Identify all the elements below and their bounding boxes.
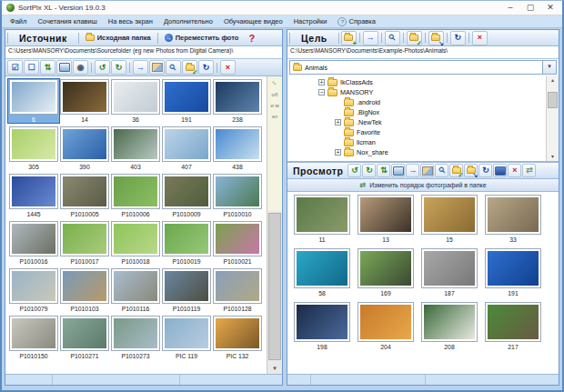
expander-icon[interactable]: + xyxy=(318,79,325,85)
slideshow-icon[interactable] xyxy=(391,164,405,177)
move-right-icon[interactable]: → xyxy=(363,31,378,45)
tree-item-Nox_share[interactable]: +Nox_share xyxy=(287,147,559,157)
expander-icon[interactable]: + xyxy=(335,119,341,126)
thumbnail-13[interactable]: 13 xyxy=(354,195,418,243)
close-button[interactable]: ✕ xyxy=(540,2,560,14)
rotate-left-icon[interactable]: ↺ xyxy=(347,164,361,177)
thumbnail-305[interactable]: 305 xyxy=(8,126,59,170)
menu-item-3[interactable]: На весь экран xyxy=(103,17,158,25)
menu-item-4[interactable]: Дополнительно xyxy=(158,17,218,25)
thumbnail-169[interactable]: 169 xyxy=(354,248,418,297)
thumbnail-407[interactable]: 407 xyxy=(161,126,212,170)
rotate-left-icon[interactable]: ↺ xyxy=(95,60,110,75)
tree-item-licman[interactable]: licman xyxy=(287,137,559,147)
thumbnail-11[interactable]: 11 xyxy=(290,195,354,243)
thumbnail-P1010271[interactable]: P1010271 xyxy=(59,316,110,359)
delete-icon[interactable]: × xyxy=(472,31,488,45)
scrollbar-thumb[interactable] xyxy=(548,92,558,108)
tree-item-Favorite[interactable]: Favorite xyxy=(287,127,559,137)
folder-target-icon[interactable]: ↘ xyxy=(464,164,478,177)
move-right-icon[interactable]: → xyxy=(133,60,148,75)
menu-item-7[interactable]: ?Справка xyxy=(332,17,380,26)
thumbnail-P1010116[interactable]: P1010116 xyxy=(110,268,161,312)
help-button[interactable]: ? xyxy=(245,33,258,44)
refresh-icon[interactable]: ↻ xyxy=(450,31,466,45)
select-all-icon[interactable]: ☑ xyxy=(7,60,23,75)
reorder-icon[interactable]: ⇄ xyxy=(522,164,536,177)
thumbnail-191[interactable]: 191 xyxy=(481,248,545,297)
select-none-icon[interactable]: ☐ xyxy=(24,60,39,75)
thumbnail-6[interactable]: 6 xyxy=(8,79,59,123)
move-right-icon[interactable]: → xyxy=(406,164,419,177)
folder-ok-icon[interactable]: ✓ xyxy=(407,31,422,45)
source-scrollbar[interactable]: ↔ оби мэл ▾ xyxy=(267,76,282,374)
thumbnail-438[interactable]: 438 xyxy=(212,126,263,170)
folder-ok-icon[interactable]: ✓ xyxy=(449,164,463,177)
image-icon[interactable] xyxy=(420,164,434,177)
zoom-icon[interactable]: ⚲ xyxy=(166,60,181,75)
delete-icon[interactable]: × xyxy=(220,60,236,75)
folder-combobox[interactable]: Animals ▾ xyxy=(289,60,557,75)
tree-scrollbar[interactable]: ▴ ▾ xyxy=(546,75,559,161)
thumbnail-P1010119[interactable]: P1010119 xyxy=(161,268,212,312)
move-photo-button[interactable]: → Переместить фото xyxy=(160,34,244,42)
tree-item-IkClassAds[interactable]: +IkClassAds xyxy=(287,77,559,87)
thumbnail-204[interactable]: 204 xyxy=(354,302,418,350)
scrollbar-thumb[interactable] xyxy=(268,213,281,360)
thumbnail-PIC 119[interactable]: PIC 119 xyxy=(161,316,212,359)
reorder-photos-button[interactable]: ⇄ Изменить порядок фотографий в папке xyxy=(287,179,559,192)
refresh-icon[interactable]: ↻ xyxy=(478,164,492,177)
thumbnail-33[interactable]: 33 xyxy=(481,195,545,243)
thumbnail-P1010079[interactable]: P1010079 xyxy=(8,268,59,312)
scroll-up-icon[interactable]: ▴ xyxy=(547,75,559,85)
chevron-down-icon[interactable]: ▾ xyxy=(542,61,556,74)
thumbnail-15[interactable]: 15 xyxy=(418,195,481,243)
tree-item-.NewTek[interactable]: +.NewTek xyxy=(287,117,559,127)
thumbnail-P1010017[interactable]: P1010017 xyxy=(59,221,110,265)
scroll-down-icon[interactable]: ▾ xyxy=(267,363,282,374)
source-folder-button[interactable]: Исходная папка xyxy=(81,34,156,42)
refresh-icon[interactable]: ↻ xyxy=(198,60,214,75)
thumbnail-P1010010[interactable]: P1010010 xyxy=(212,174,263,217)
thumbnail-403[interactable]: 403 xyxy=(110,126,161,170)
thumbnail-P1010006[interactable]: P1010006 xyxy=(110,174,161,217)
menu-item-5[interactable]: Обучающее видео xyxy=(218,17,288,25)
thumbnail-PIC 132[interactable]: PIC 132 xyxy=(212,316,263,359)
thumbnail-58[interactable]: 58 xyxy=(290,248,354,297)
new-folder-icon[interactable]: + xyxy=(341,31,357,45)
sort-order-icon[interactable]: ⇅ xyxy=(40,60,55,75)
thumbnail-390[interactable]: 390 xyxy=(59,126,110,170)
zoom-icon[interactable]: ⚲ xyxy=(435,164,448,177)
zoom-icon[interactable]: ⚲ xyxy=(385,31,400,45)
thumbnail-1445[interactable]: 1445 xyxy=(8,174,59,217)
thumbnail-P1010128[interactable]: P1010128 xyxy=(212,268,263,312)
tree-item-.android[interactable]: .android xyxy=(287,97,559,107)
thumbnail-P1010009[interactable]: P1010009 xyxy=(161,174,212,217)
tree-item-MANSORY[interactable]: −MANSORY xyxy=(287,87,559,97)
thumbnail-208[interactable]: 208 xyxy=(418,302,481,350)
menu-item-6[interactable]: Настройки xyxy=(288,17,333,25)
menu-item-1[interactable]: Файл xyxy=(5,17,32,25)
thumbnail-191[interactable]: 191 xyxy=(161,79,212,123)
thumbnail-P1010021[interactable]: P1010021 xyxy=(212,221,263,265)
thumbnail-P1010273[interactable]: P1010273 xyxy=(110,316,161,359)
thumbnail-217[interactable]: 217 xyxy=(481,302,545,350)
thumbnail-P1010016[interactable]: P1010016 xyxy=(8,221,59,265)
slideshow-icon[interactable] xyxy=(56,60,72,75)
thumbnail-P1010150[interactable]: P1010150 xyxy=(8,316,59,359)
rotate-right-icon[interactable]: ↻ xyxy=(111,60,126,75)
folder-ok-icon[interactable]: ✓ xyxy=(182,60,197,75)
thumbnail-P1010005[interactable]: P1010005 xyxy=(59,174,110,217)
menu-item-2[interactable]: Сочетания клавиш xyxy=(32,17,102,25)
image-icon[interactable] xyxy=(149,60,165,75)
sort-order-icon[interactable]: ⇅ xyxy=(377,164,390,177)
thumbnail-238[interactable]: 238 xyxy=(212,79,263,123)
thumbnail-36[interactable]: 36 xyxy=(110,79,161,123)
rotate-right-icon[interactable]: ↻ xyxy=(362,164,376,177)
thumbnail-P1010103[interactable]: P1010103 xyxy=(59,268,110,312)
tree-item-.BigNox[interactable]: .BigNox xyxy=(287,107,559,117)
presentation-icon[interactable] xyxy=(493,164,507,177)
expander-icon[interactable]: − xyxy=(318,89,325,95)
maximize-button[interactable]: ▢ xyxy=(520,2,540,14)
folder-target-icon[interactable]: ↘ xyxy=(428,31,444,45)
